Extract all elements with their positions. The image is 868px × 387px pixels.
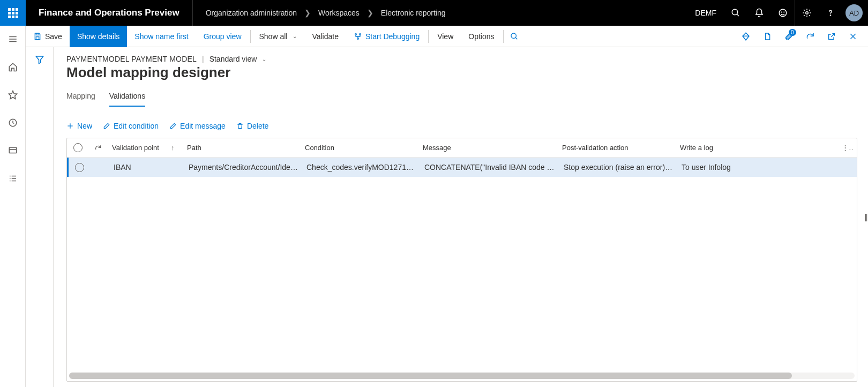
bell-icon[interactable]: [747, 0, 771, 26]
svg-point-6: [830, 15, 830, 16]
gear-icon[interactable]: [795, 0, 819, 26]
show-details-button[interactable]: Show details: [70, 26, 127, 47]
breadcrumb-item[interactable]: Electronic reporting: [381, 9, 446, 17]
breadcrumb: Organization administration ❯ Workspaces…: [193, 9, 446, 17]
breadcrumb-item[interactable]: Organization administration: [206, 9, 297, 17]
svg-point-3: [781, 12, 782, 12]
breadcrumb-item[interactable]: Workspaces: [318, 9, 360, 17]
svg-point-0: [732, 9, 738, 15]
refresh-icon[interactable]: [800, 26, 820, 47]
diamond-icon[interactable]: [736, 26, 755, 47]
validate-button[interactable]: Validate: [304, 26, 346, 47]
svg-rect-21: [36, 36, 39, 39]
show-all-dropdown[interactable]: Show all ⌄: [252, 26, 305, 47]
svg-point-22: [355, 33, 357, 35]
svg-line-1: [737, 14, 739, 16]
svg-point-24: [357, 38, 359, 39]
show-name-first-button[interactable]: Show name first: [127, 26, 196, 47]
search-action-icon[interactable]: [505, 26, 524, 47]
svg-point-2: [779, 9, 787, 17]
attachments-icon[interactable]: 0: [779, 26, 798, 47]
save-label: Save: [45, 32, 62, 41]
attachments-badge: 0: [789, 29, 796, 36]
svg-point-5: [806, 12, 809, 14]
popout-icon[interactable]: [822, 26, 841, 47]
left-rail: [0, 26, 26, 47]
svg-point-25: [511, 33, 516, 38]
app-launcher-button[interactable]: [0, 0, 26, 26]
action-pane: Save Show details Show name first Group …: [26, 26, 868, 47]
start-debugging-button[interactable]: Start Debugging: [346, 26, 427, 47]
svg-point-4: [784, 12, 784, 12]
search-icon[interactable]: [724, 0, 747, 26]
chevron-right-icon: ❯: [367, 9, 373, 17]
close-icon[interactable]: [843, 26, 863, 47]
hamburger-icon[interactable]: [0, 30, 26, 47]
help-icon[interactable]: [819, 0, 842, 26]
smiley-icon[interactable]: [771, 0, 795, 26]
view-menu[interactable]: View: [430, 26, 461, 47]
chevron-down-icon: ⌄: [293, 33, 297, 39]
page-icon[interactable]: [758, 26, 777, 47]
svg-line-26: [515, 38, 517, 39]
svg-point-23: [360, 33, 361, 35]
group-view-button[interactable]: Group view: [196, 26, 249, 47]
top-bar: Finance and Operations Preview Organizat…: [0, 0, 868, 26]
app-title: Finance and Operations Preview: [26, 0, 193, 26]
waffle-icon: [8, 8, 18, 18]
save-button[interactable]: Save: [26, 26, 70, 47]
svg-rect-20: [36, 33, 39, 35]
avatar[interactable]: AD: [845, 4, 863, 21]
chevron-right-icon: ❯: [304, 9, 311, 17]
options-menu[interactable]: Options: [461, 26, 502, 47]
company-code[interactable]: DEMF: [687, 9, 724, 17]
